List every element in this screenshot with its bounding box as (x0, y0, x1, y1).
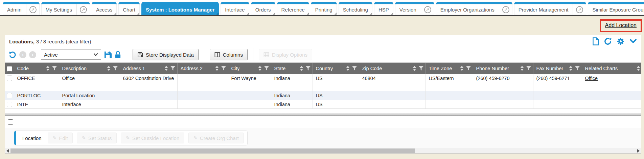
collapse-chevron-icon[interactable] (629, 38, 637, 44)
column-header-code[interactable]: Code (14, 63, 59, 74)
save-filter-icon[interactable] (104, 51, 112, 59)
row-checkbox[interactable] (7, 93, 12, 98)
tab-similar-exposure-groups-segs[interactable]: Similar Exposure Groups (SEGs)↗ (588, 2, 644, 15)
table-cell (359, 91, 426, 100)
edit-button[interactable]: ✎Edit (48, 133, 73, 143)
filter-funnel-icon[interactable] (575, 66, 580, 71)
tab-label: Version (395, 7, 421, 13)
lock-filter-icon[interactable] (114, 51, 121, 59)
sort-icon[interactable] (569, 66, 573, 71)
store-displayed-data-label: Store Displayed Data (146, 52, 194, 58)
tab-reference[interactable]: Reference (277, 2, 309, 15)
column-header-fax-number[interactable]: Fax Number (533, 63, 582, 74)
set-status-button[interactable]: ✎Set Status (77, 133, 117, 143)
tab-provider-management[interactable]: Provider Management↗ (514, 2, 586, 15)
table-cell: Indiana (271, 100, 313, 108)
column-header-zip-code[interactable]: Zip Code (359, 63, 426, 74)
status-filter-select[interactable]: Active (41, 49, 101, 60)
tab-chart[interactable]: Chart (118, 2, 140, 15)
filter-funnel-icon[interactable] (526, 66, 531, 71)
column-header-time-zone[interactable]: Time Zone (426, 63, 473, 74)
clear-filter-link[interactable]: clear filter (67, 39, 89, 44)
scroll-right-arrow-icon[interactable] (637, 149, 640, 153)
column-header-country[interactable]: Country (313, 63, 359, 74)
add-location-link[interactable]: Add Location (605, 22, 637, 28)
filter-funnel-icon[interactable] (419, 66, 423, 71)
footer-select-all-checkbox[interactable] (8, 119, 13, 125)
filter-funnel-icon[interactable] (264, 66, 269, 71)
chevron-down-icon (93, 53, 98, 56)
column-header-address-2[interactable]: Address 2 (177, 63, 228, 74)
table-row[interactable]: OFFICEOffice6302 Constitution DriveFort … (5, 74, 641, 91)
column-header-description[interactable]: Description (59, 63, 120, 74)
table-row[interactable]: INTFInterfaceIndianaUS (5, 100, 641, 108)
sort-icon[interactable] (164, 66, 168, 71)
grid-splitter[interactable] (5, 114, 641, 116)
table-cell (473, 91, 533, 100)
tab-orders[interactable]: Orders (251, 2, 275, 15)
tab-scheduling[interactable]: Scheduling (339, 2, 372, 15)
gear-icon[interactable] (617, 37, 625, 45)
tab-admin[interactable]: Admin↗ (3, 2, 40, 15)
filter-funnel-icon[interactable] (52, 66, 57, 71)
select-all-checkbox[interactable] (7, 66, 12, 72)
tab-hsp[interactable]: HSP (374, 2, 393, 15)
scrollbar-thumb[interactable] (10, 148, 415, 153)
set-outside-location-button[interactable]: ✎Set Outside Location (121, 133, 184, 143)
sort-icon[interactable] (346, 66, 350, 71)
tab-printing[interactable]: Printing (311, 2, 337, 15)
column-header-address-1[interactable]: Address 1 (120, 63, 177, 74)
open-external-icon[interactable]: ↗ (76, 4, 90, 15)
undo-icon[interactable] (8, 51, 17, 59)
tab-access[interactable]: Access (92, 2, 117, 15)
tab-system-locations-manager[interactable]: System : Locations Manager (141, 2, 219, 15)
sort-icon[interactable] (107, 66, 111, 71)
columns-button[interactable]: Columns (210, 49, 248, 60)
refresh-icon[interactable] (604, 37, 612, 45)
store-displayed-data-button[interactable]: Store Displayed Data (133, 49, 199, 60)
sort-icon[interactable] (258, 66, 262, 71)
footer-select-row (5, 116, 641, 128)
status-filter-value: Active (44, 52, 58, 58)
sort-icon[interactable] (520, 66, 524, 71)
tab-interface[interactable]: Interface (221, 2, 249, 15)
column-header-related-charts[interactable]: Related Charts (582, 63, 641, 74)
open-external-icon[interactable]: ↗ (421, 4, 434, 15)
table-cell: Portal Location (59, 91, 120, 100)
sort-icon[interactable] (460, 66, 464, 71)
horizontal-scrollbar[interactable] (5, 148, 641, 153)
filter-funnel-icon[interactable] (352, 66, 357, 71)
row-checkbox[interactable] (7, 76, 12, 81)
related-chart-link[interactable]: Office (585, 76, 598, 81)
filter-funnel-icon[interactable] (466, 66, 471, 71)
next-page-button[interactable]: › (29, 51, 36, 58)
tab-version[interactable]: Version↗ (395, 2, 434, 15)
column-header-city[interactable]: City (228, 63, 271, 74)
tab-my-settings[interactable]: My Settings↗ (41, 2, 90, 15)
table-row[interactable]: PORTLOCPortal LocationIndianaUS (5, 91, 641, 100)
open-external-icon[interactable]: ↗ (499, 4, 512, 15)
sort-icon[interactable] (413, 66, 416, 71)
display-options-button[interactable]: Display Options (259, 49, 312, 60)
column-header-label: Address 1 (123, 66, 145, 71)
filter-funnel-icon[interactable] (306, 66, 310, 71)
sort-icon[interactable] (46, 66, 50, 71)
open-external-icon[interactable]: ↗ (573, 4, 586, 15)
sort-icon[interactable] (637, 66, 640, 71)
open-external-icon[interactable]: ↗ (26, 4, 40, 15)
column-header-phone-number[interactable]: Phone Number (473, 63, 533, 74)
scroll-left-arrow-icon[interactable] (6, 149, 9, 153)
filter-funnel-icon[interactable] (221, 66, 226, 71)
column-header-state[interactable]: State (271, 63, 313, 74)
tab-employer-organizations[interactable]: Employer Organizations↗ (436, 2, 512, 15)
row-checkbox[interactable] (7, 102, 12, 107)
prev-page-button[interactable]: ‹ (19, 51, 26, 58)
new-document-icon[interactable] (592, 37, 599, 45)
sort-icon[interactable] (215, 66, 219, 71)
pencil-icon: ✎ (126, 135, 130, 141)
sort-icon[interactable] (300, 66, 303, 71)
filter-funnel-icon[interactable] (170, 66, 175, 71)
create-org-chart-button[interactable]: ✎Create Org Chart (188, 133, 244, 143)
filter-funnel-icon[interactable] (113, 66, 118, 71)
tab-dropdown-corner-icon (370, 13, 372, 15)
